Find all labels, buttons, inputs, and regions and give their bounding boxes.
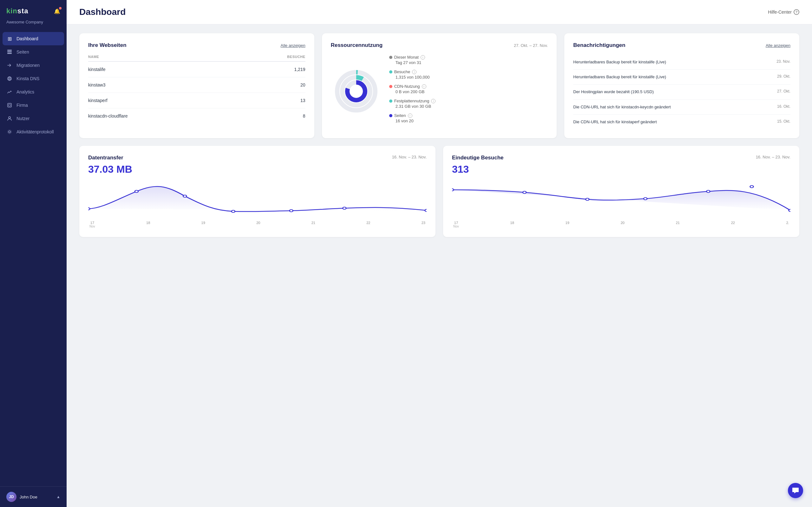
- sidebar-item-analytics[interactable]: Analytics: [0, 85, 67, 99]
- user-name: John Doe: [20, 495, 38, 499]
- user-info[interactable]: JD John Doe: [6, 492, 38, 502]
- resource-card-header: Ressourcennutzung 27. Okt. – 27. Nov.: [331, 42, 548, 49]
- legend-dot: [389, 70, 392, 73]
- legend-value: 2.31 GB von 30 GB: [396, 104, 548, 109]
- sidebar-item-nutzer[interactable]: Nutzer: [0, 112, 67, 125]
- notification-item[interactable]: Herunterladbares Backup bereit für kinst…: [573, 55, 791, 70]
- datatransfer-value: 37.03 MB: [88, 164, 426, 175]
- legend-label: CDN-Nutzung i: [389, 84, 548, 89]
- sidebar-item-seiten[interactable]: Seiten: [0, 45, 67, 59]
- table-row[interactable]: kinstalife 1,219: [88, 62, 305, 77]
- chevron-up-icon[interactable]: ▲: [56, 495, 60, 499]
- sidebar-item-aktivitaeten[interactable]: Aktivitätenprotokoll: [0, 125, 67, 138]
- sidebar-item-label: Dashboard: [16, 36, 38, 41]
- legend-dot: [389, 85, 392, 88]
- chart-day: 19: [565, 221, 569, 225]
- table-row[interactable]: kinstaperf 13: [88, 93, 305, 108]
- notification-item[interactable]: Die CDN-URL hat sich für kinstacdn-keycd…: [573, 100, 791, 115]
- chart-month: Nov: [453, 225, 459, 228]
- legend-label: Festplattennutzung i: [389, 99, 548, 103]
- site-visits: 1,219: [280, 67, 305, 72]
- websites-all-link[interactable]: Alle anzeigen: [281, 43, 305, 48]
- notification-text: Herunterladbares Backup bereit für kinst…: [573, 59, 771, 65]
- info-icon[interactable]: i: [408, 113, 412, 118]
- sidebar-item-label: Analytics: [16, 89, 34, 95]
- visits-svg: [452, 180, 791, 218]
- chart-day: 21: [311, 221, 315, 225]
- dashboard-content: Ihre Webseiten Alle anzeigen NAME BESUCH…: [67, 24, 812, 246]
- notifications-title: Benachrichtigungen: [573, 42, 625, 49]
- site-name: kinstaw3: [88, 82, 280, 88]
- notifications-card-header: Benachrichtigungen Alle anzeigen: [573, 42, 791, 49]
- notification-date: 29. Okt.: [777, 74, 791, 80]
- legend-item: Festplattennutzung i 2.31 GB von 30 GB: [389, 99, 548, 109]
- datatransfer-svg: [88, 180, 426, 218]
- sidebar-item-dashboard[interactable]: ⊞ Dashboard: [3, 32, 64, 45]
- resource-card-title: Ressourcennutzung: [331, 42, 383, 49]
- svg-point-26: [586, 198, 589, 200]
- logo: kinsta: [6, 7, 29, 15]
- svg-point-22: [343, 207, 346, 209]
- chart-day: 18: [510, 221, 514, 225]
- resource-legend: Dieser Monat i Tag 27 von 31 Besuche i 1…: [389, 55, 548, 128]
- site-visits: 8: [280, 113, 305, 118]
- websites-card: Ihre Webseiten Alle anzeigen NAME BESUCH…: [79, 33, 314, 138]
- resource-card: Ressourcennutzung 27. Okt. – 27. Nov.: [322, 33, 557, 138]
- chart-month: Nov: [90, 225, 95, 228]
- svg-point-28: [707, 190, 710, 192]
- chart-day: 20: [621, 221, 624, 225]
- visits-date: 16. Nov. – 23. Nov.: [756, 155, 791, 159]
- svg-point-10: [8, 130, 11, 134]
- site-visits: 13: [280, 98, 305, 103]
- info-icon[interactable]: i: [412, 70, 416, 74]
- visits-labels: 17Nov 18 19 20 21 22 2.: [452, 221, 791, 228]
- chart-day: 17: [453, 221, 459, 225]
- nutzer-icon: [6, 115, 13, 122]
- chart-day: 22: [731, 221, 735, 225]
- chart-day: 18: [146, 221, 150, 225]
- sidebar-item-migrationen[interactable]: Migrationen: [0, 59, 67, 72]
- chart-day: 17: [90, 221, 95, 225]
- sidebar-item-kinsta-dns[interactable]: Kinsta DNS: [0, 72, 67, 85]
- sidebar-item-label: Firma: [16, 103, 28, 108]
- svg-rect-0: [7, 50, 12, 51]
- notification-date: 15. Okt.: [777, 119, 791, 125]
- info-icon[interactable]: i: [420, 55, 425, 60]
- info-icon[interactable]: i: [422, 84, 426, 89]
- help-center-link[interactable]: Hilfe-Center ?: [768, 9, 799, 15]
- visits-title: Eindeutige Besuche: [452, 155, 503, 161]
- notification-bell[interactable]: 🔔: [54, 8, 60, 14]
- datatransfer-card: Datentransfer 16. Nov. – 23. Nov. 37.03 …: [79, 146, 436, 237]
- notifications-all-link[interactable]: Alle anzeigen: [766, 43, 791, 48]
- col-visits-header: BESUCHE: [280, 55, 305, 59]
- legend-label: Seiten i: [389, 113, 548, 118]
- svg-point-30: [789, 209, 791, 211]
- chat-bubble[interactable]: [788, 483, 803, 498]
- datatransfer-labels: 17Nov 18 19 20 21 22 23: [88, 221, 426, 228]
- svg-rect-6: [8, 103, 11, 107]
- sidebar-item-label: Nutzer: [16, 116, 30, 121]
- page-title: Dashboard: [79, 7, 125, 17]
- visits-card: Eindeutige Besuche 16. Nov. – 23. Nov. 3…: [443, 146, 799, 237]
- notification-item[interactable]: Herunterladbares Backup bereit für kinst…: [573, 70, 791, 84]
- sidebar-item-firma[interactable]: Firma: [0, 99, 67, 112]
- datatransfer-date: 16. Nov. – 23. Nov.: [392, 155, 426, 159]
- dns-icon: [6, 75, 13, 82]
- site-name: kinstalife: [88, 67, 280, 72]
- table-row[interactable]: kinstacdn-cloudflare 8: [88, 108, 305, 124]
- notification-item[interactable]: Der Hostingplan wurde bezahlt (190.5 USD…: [573, 84, 791, 100]
- table-row[interactable]: kinstaw3 20: [88, 77, 305, 93]
- svg-point-23: [425, 209, 426, 211]
- cards-row: Ihre Webseiten Alle anzeigen NAME BESUCH…: [79, 33, 799, 138]
- notification-item[interactable]: Die CDN-URL hat sich für kinstaperf geän…: [573, 115, 791, 129]
- svg-rect-1: [7, 51, 12, 52]
- sidebar: kinsta 🔔 Awesome Company ⊞ Dashboard Sei…: [0, 0, 67, 507]
- svg-point-8: [9, 117, 10, 118]
- info-icon[interactable]: i: [431, 99, 436, 103]
- resource-date: 27. Okt. – 27. Nov.: [514, 43, 548, 48]
- site-visits: 20: [280, 82, 305, 88]
- notification-text: Die CDN-URL hat sich für kinstacdn-keycd…: [573, 104, 772, 110]
- svg-point-18: [135, 190, 138, 192]
- legend-value: 0 B von 200 GB: [396, 89, 548, 94]
- datatransfer-header: Datentransfer 16. Nov. – 23. Nov.: [88, 155, 426, 161]
